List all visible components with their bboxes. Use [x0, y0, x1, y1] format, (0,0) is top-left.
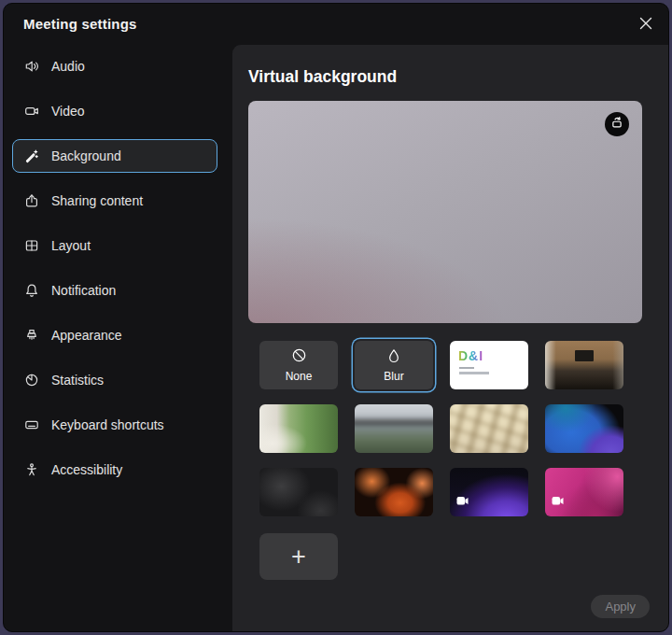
background-option-blur[interactable]: Blur [355, 341, 433, 389]
sidebar-item-label: Audio [51, 59, 85, 74]
sidebar-item-layout[interactable]: Layout [12, 229, 217, 262]
magic-wand-icon [24, 148, 39, 163]
virtual-background-panel: Virtual background None Blur [232, 45, 668, 631]
share-icon [24, 193, 39, 208]
dni-caption-line [459, 372, 489, 374]
option-label: Blur [384, 370, 403, 383]
sidebar-item-background[interactable]: Background [12, 139, 217, 173]
blur-drop-icon [386, 348, 401, 367]
flip-camera-icon [609, 114, 625, 134]
plus-icon: + [291, 544, 306, 570]
sidebar-item-statistics[interactable]: Statistics [12, 363, 217, 397]
dialog-title: Meeting settings [23, 16, 137, 32]
background-option-purple-glow-video[interactable] [450, 468, 528, 516]
sidebar-item-sharing-content[interactable]: Sharing content [12, 184, 217, 218]
sidebar-item-appearance[interactable]: Appearance [12, 318, 217, 352]
sidebar-item-label: Notification [51, 283, 116, 298]
sidebar-item-label: Statistics [51, 373, 104, 388]
background-option-living-room[interactable] [259, 404, 338, 453]
sidebar-item-notification[interactable]: Notification [12, 274, 217, 307]
pie-chart-icon [24, 373, 39, 388]
background-thumbnail-grid: None Blur D&I [259, 341, 625, 516]
sidebar-item-label: Layout [51, 238, 91, 253]
video-camera-badge-icon [456, 493, 469, 510]
background-option-lava-marble[interactable] [355, 468, 433, 516]
sidebar-item-accessibility[interactable]: Accessibility [12, 453, 217, 487]
speaker-icon [24, 59, 39, 74]
background-option-pink-waves-video[interactable] [545, 468, 623, 516]
settings-sidebar: Audio Video Background Sharing content L [12, 49, 217, 498]
close-icon [639, 17, 652, 34]
sidebar-item-label: Keyboard shortcuts [51, 417, 164, 432]
background-option-blurred-mountains[interactable] [355, 404, 433, 453]
apply-button[interactable]: Apply [591, 595, 650, 618]
sidebar-item-label: Accessibility [51, 462, 122, 477]
background-option-dni-logo[interactable]: D&I [450, 341, 528, 389]
meeting-settings-dialog: Meeting settings Audio Video Background [3, 3, 669, 632]
background-option-abstract-blue[interactable] [545, 404, 623, 453]
none-icon [291, 347, 307, 367]
window-light-image [450, 404, 528, 453]
layout-grid-icon [24, 238, 39, 253]
bell-icon [24, 283, 39, 298]
sidebar-item-label: Video [51, 104, 85, 119]
background-option-office-room[interactable] [545, 341, 623, 389]
sidebar-item-video[interactable]: Video [12, 94, 217, 128]
camera-preview [248, 101, 642, 323]
sidebar-item-label: Background [51, 148, 121, 163]
office-tv-screen [575, 350, 594, 361]
accessibility-icon [24, 462, 39, 477]
sidebar-item-label: Appearance [51, 328, 122, 343]
background-option-none[interactable]: None [259, 341, 338, 389]
dni-caption-line [459, 367, 474, 369]
keyboard-icon [24, 417, 39, 432]
background-option-window-light[interactable] [450, 404, 528, 453]
video-camera-badge-icon [552, 493, 564, 510]
background-option-abstract-dark[interactable] [259, 468, 338, 516]
video-camera-icon [24, 104, 39, 119]
sidebar-item-label: Sharing content [51, 193, 143, 208]
option-label: None [286, 370, 313, 383]
flip-camera-button[interactable] [605, 112, 629, 136]
sidebar-item-audio[interactable]: Audio [12, 49, 217, 83]
dni-logo-text: D&I [458, 348, 483, 363]
close-button[interactable] [636, 15, 656, 35]
page-title: Virtual background [248, 67, 397, 87]
mountains-image [355, 404, 433, 453]
add-background-button[interactable]: + [259, 533, 338, 580]
sidebar-item-keyboard-shortcuts[interactable]: Keyboard shortcuts [12, 408, 217, 442]
paintbrush-icon [24, 328, 39, 343]
